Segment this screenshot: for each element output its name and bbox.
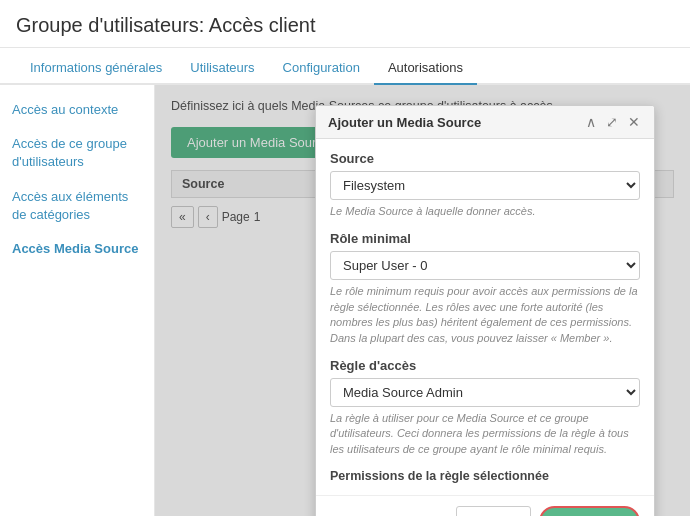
page-title: Groupe d'utilisateurs: Accès client <box>16 14 674 37</box>
modal-collapse-button[interactable]: ∧ <box>584 114 598 130</box>
modal-footer: Annuler Enregistrer <box>316 495 654 516</box>
role-minimal-help: Le rôle minimum requis pour avoir accès … <box>330 284 640 346</box>
cancel-button[interactable]: Annuler <box>456 506 531 516</box>
modal-dialog: Ajouter un Media Source ∧ ⤢ ✕ Source Fil… <box>315 105 655 516</box>
role-minimal-select[interactable]: Super User - 0 <box>330 251 640 280</box>
content-area: Définissez ici à quels Media Sources ce … <box>155 85 690 516</box>
regle-acces-help: La règle à utiliser pour ce Media Source… <box>330 411 640 457</box>
modal-body: Source Filesystem Le Media Source à laqu… <box>316 139 654 495</box>
page-header: Groupe d'utilisateurs: Accès client <box>0 0 690 48</box>
sidebar: Accès au contexte Accès de ce groupe d'u… <box>0 85 155 516</box>
tab-informations-generales[interactable]: Informations générales <box>16 52 176 85</box>
modal-header: Ajouter un Media Source ∧ ⤢ ✕ <box>316 106 654 139</box>
tab-autorisations[interactable]: Autorisations <box>374 52 477 85</box>
source-help: Le Media Source à laquelle donner accès. <box>330 204 640 219</box>
tab-utilisateurs[interactable]: Utilisateurs <box>176 52 268 85</box>
source-select[interactable]: Filesystem <box>330 171 640 200</box>
regle-acces-label: Règle d'accès <box>330 358 640 373</box>
main-layout: Accès au contexte Accès de ce groupe d'u… <box>0 85 690 516</box>
tab-configuration[interactable]: Configuration <box>269 52 374 85</box>
sidebar-item-acces-media-source[interactable]: Accès Media Source <box>0 232 154 266</box>
tab-bar: Informations générales Utilisateurs Conf… <box>0 52 690 85</box>
modal-overlay[interactable]: Ajouter un Media Source ∧ ⤢ ✕ Source Fil… <box>155 85 690 516</box>
sidebar-item-acces-groupe[interactable]: Accès de ce groupe d'utilisateurs <box>0 127 154 179</box>
source-field-group: Source Filesystem Le Media Source à laqu… <box>330 151 640 219</box>
save-button[interactable]: Enregistrer <box>539 506 640 516</box>
regle-acces-select[interactable]: Media Source Admin <box>330 378 640 407</box>
modal-close-button[interactable]: ✕ <box>626 114 642 130</box>
role-minimal-field-group: Rôle minimal Super User - 0 Le rôle mini… <box>330 231 640 346</box>
modal-title: Ajouter un Media Source <box>328 115 481 130</box>
modal-header-icons: ∧ ⤢ ✕ <box>584 114 642 130</box>
modal-expand-button[interactable]: ⤢ <box>604 114 620 130</box>
sidebar-item-acces-elements[interactable]: Accès aux éléments de catégories <box>0 180 154 232</box>
role-minimal-label: Rôle minimal <box>330 231 640 246</box>
permissions-label: Permissions de la règle sélectionnée <box>330 469 640 483</box>
sidebar-item-acces-contexte[interactable]: Accès au contexte <box>0 93 154 127</box>
regle-acces-field-group: Règle d'accès Media Source Admin La règl… <box>330 358 640 457</box>
source-label: Source <box>330 151 640 166</box>
